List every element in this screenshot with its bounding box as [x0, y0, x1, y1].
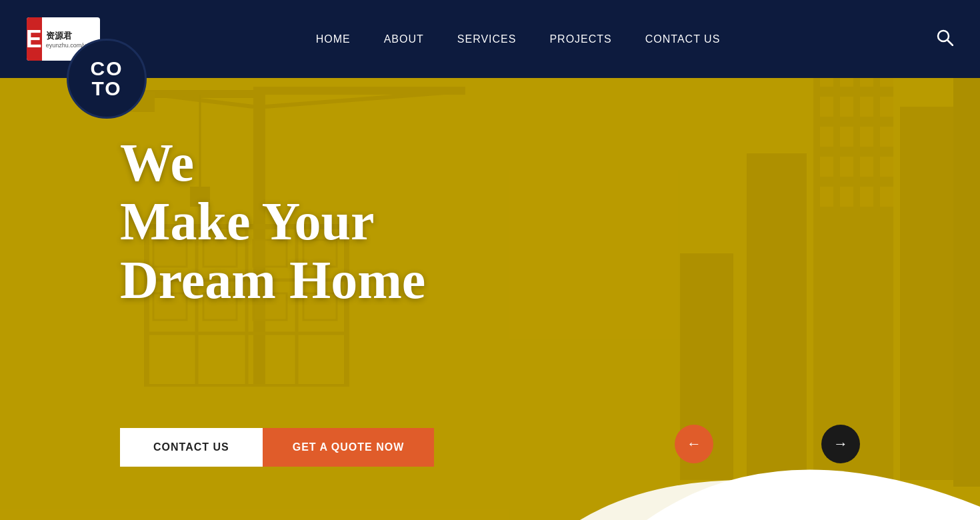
- nav-projects[interactable]: PROJECTS: [549, 33, 611, 45]
- prev-slide-button[interactable]: ←: [675, 425, 713, 463]
- next-slide-button[interactable]: →: [821, 425, 860, 463]
- svg-line-48: [947, 40, 953, 45]
- hero-title: We Make Your Dream Home: [120, 133, 425, 309]
- contact-us-button[interactable]: CONTACT US: [120, 428, 263, 467]
- main-nav: HOME ABOUT SERVICES PROJECTS CONTACT US: [316, 33, 721, 45]
- search-button[interactable]: [936, 29, 953, 50]
- logo-letter: E: [27, 17, 42, 61]
- nav-about[interactable]: ABOUT: [384, 33, 424, 45]
- hero-section: We Make Your Dream Home CONTACT US GET A…: [0, 0, 980, 520]
- hero-buttons: CONTACT US GET A QUOTE NOW: [120, 428, 434, 467]
- search-icon: [936, 29, 953, 46]
- wave-decoration: [580, 387, 980, 520]
- arrow-right-icon: →: [833, 435, 848, 453]
- nav-home[interactable]: HOME: [316, 33, 351, 45]
- site-header: E 资源君 eyunzhu.com/vdisk HOME ABOUT SERVI…: [0, 0, 980, 78]
- coto-line1: CO: [91, 59, 123, 79]
- get-quote-button[interactable]: GET A QUOTE NOW: [263, 428, 435, 467]
- logo-brand-name: 资源君: [46, 30, 97, 42]
- coto-badge: CO TO: [67, 39, 147, 119]
- hero-title-line1: We: [120, 133, 194, 192]
- hero-content: We Make Your Dream Home: [120, 133, 425, 309]
- arrow-left-icon: ←: [687, 435, 701, 453]
- hero-title-line3: Dream Home: [120, 251, 425, 309]
- nav-services[interactable]: SERVICES: [457, 33, 517, 45]
- coto-line2: TO: [91, 79, 121, 99]
- nav-contact[interactable]: CONTACT US: [645, 33, 721, 45]
- hero-title-line2: Make Your: [120, 192, 374, 251]
